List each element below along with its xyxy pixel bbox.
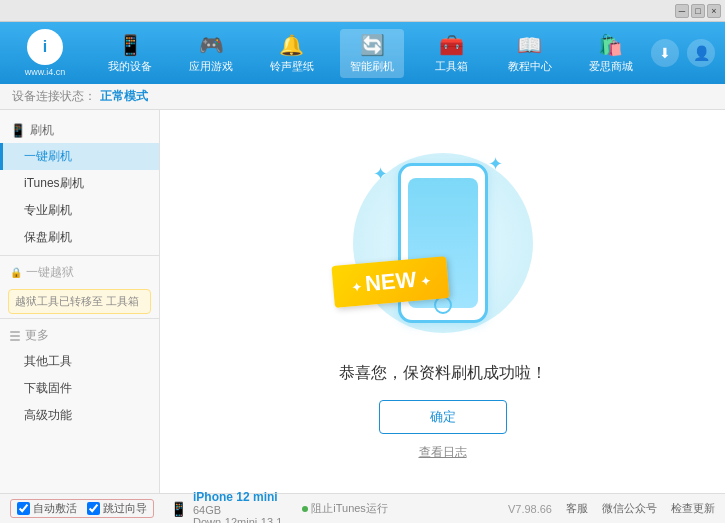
- check-update-link[interactable]: 检查更新: [671, 501, 715, 516]
- ringtone-icon: 🔔: [279, 33, 304, 57]
- auto-connect-checkbox[interactable]: [17, 502, 30, 515]
- shop-icon: 🛍️: [598, 33, 623, 57]
- shop-label: 爱思商城: [589, 59, 633, 74]
- status-value: 正常模式: [100, 88, 148, 105]
- app-game-icon: 🎮: [199, 33, 224, 57]
- bottom-left: 自动敷活 跳过向导 📱 iPhone 12 mini 64GB Down-12m…: [10, 490, 388, 524]
- smart-flash-label: 智能刷机: [350, 59, 394, 74]
- device-version: Down-12mini-13,1: [193, 516, 282, 524]
- sidebar: 📱 刷机 一键刷机 iTunes刷机 专业刷机 保盘刷机 🔒 一键越狱: [0, 110, 160, 493]
- bottom-right: V7.98.66 客服 微信公众号 检查更新: [508, 501, 715, 516]
- title-bar: ─ □ ×: [0, 0, 725, 22]
- auto-connect-label: 自动敷活: [33, 501, 77, 516]
- checkbox-group: 自动敷活 跳过向导: [10, 499, 154, 518]
- sidebar-item-download-fw[interactable]: 下载固件: [0, 375, 159, 402]
- ringtone-label: 铃声壁纸: [270, 59, 314, 74]
- center-content: NEW ✦ ✦ ✧ 恭喜您，保资料刷机成功啦！ 确定 查看日志: [160, 110, 725, 493]
- toolbox-label: 工具箱: [435, 59, 468, 74]
- main-content: 📱 刷机 一键刷机 iTunes刷机 专业刷机 保盘刷机 🔒 一键越狱: [0, 110, 725, 493]
- one-key-flash-label: 一键刷机: [24, 149, 72, 163]
- device-name: iPhone 12 mini: [193, 490, 282, 504]
- skip-guide-checkbox-label: 跳过向导: [87, 501, 147, 516]
- sidebar-section-more: 更多 其他工具 下载固件 高级功能: [0, 323, 159, 429]
- sidebar-section-jailbreak: 🔒 一键越狱 越狱工具已转移至 工具箱: [0, 260, 159, 314]
- wechat-link[interactable]: 微信公众号: [602, 501, 657, 516]
- my-device-icon: 📱: [118, 33, 143, 57]
- advanced-label: 高级功能: [24, 408, 72, 422]
- auto-connect-checkbox-label: 自动敷活: [17, 501, 77, 516]
- more-section-label: 更多: [25, 327, 49, 344]
- status-label: 设备连接状态：: [12, 88, 96, 105]
- toolbox-icon: 🧰: [439, 33, 464, 57]
- nav-item-toolbox[interactable]: 🧰 工具箱: [421, 29, 481, 78]
- bottom-bar: 自动敷活 跳过向导 📱 iPhone 12 mini 64GB Down-12m…: [0, 493, 725, 523]
- itunes-flash-label: iTunes刷机: [24, 176, 84, 190]
- sidebar-item-one-key-flash[interactable]: 一键刷机: [0, 143, 159, 170]
- app-game-label: 应用游戏: [189, 59, 233, 74]
- app-logo: i www.i4.cn: [10, 29, 80, 77]
- jailbreak-notice-text: 越狱工具已转移至 工具箱: [15, 295, 139, 307]
- close-button[interactable]: ×: [707, 4, 721, 18]
- save-flash-label: 保盘刷机: [24, 230, 72, 244]
- jailbreak-notice: 越狱工具已转移至 工具箱: [8, 289, 151, 314]
- nav-item-shop[interactable]: 🛍️ 爱思商城: [579, 29, 643, 78]
- itunes-status-text: 阻止iTunes运行: [311, 501, 388, 516]
- lock-icon: 🔒: [10, 267, 22, 278]
- device-info: 📱 iPhone 12 mini 64GB Down-12mini-13,1: [170, 490, 282, 524]
- sidebar-item-itunes-flash[interactable]: iTunes刷机: [0, 170, 159, 197]
- logo-symbol: i: [43, 38, 47, 56]
- status-bar: 设备连接状态： 正常模式: [0, 84, 725, 110]
- nav-item-tutorial[interactable]: 📖 教程中心: [498, 29, 562, 78]
- sidebar-item-save-flash[interactable]: 保盘刷机: [0, 224, 159, 251]
- itunes-indicator: 阻止iTunes运行: [302, 501, 388, 516]
- confirm-button[interactable]: 确定: [379, 400, 507, 434]
- sidebar-divider-2: [0, 318, 159, 319]
- itunes-dot: [302, 506, 308, 512]
- logo-circle: i: [27, 29, 63, 65]
- nav-item-my-device[interactable]: 📱 我的设备: [98, 29, 162, 78]
- flash-section-label: 刷机: [30, 122, 54, 139]
- maximize-button[interactable]: □: [691, 4, 705, 18]
- minimize-button[interactable]: ─: [675, 4, 689, 18]
- nav-item-ringtone[interactable]: 🔔 铃声壁纸: [260, 29, 324, 78]
- success-illustration: NEW ✦ ✦ ✧: [343, 143, 543, 343]
- flash-section-icon: 📱: [10, 123, 26, 138]
- user-button[interactable]: 👤: [687, 39, 715, 67]
- smart-flash-icon: 🔄: [360, 33, 385, 57]
- my-device-label: 我的设备: [108, 59, 152, 74]
- customer-service-link[interactable]: 客服: [566, 501, 588, 516]
- sidebar-divider-1: [0, 255, 159, 256]
- download-button[interactable]: ⬇: [651, 39, 679, 67]
- skip-guide-label: 跳过向导: [103, 501, 147, 516]
- version-text: V7.98.66: [508, 503, 552, 515]
- sidebar-section-flash: 📱 刷机 一键刷机 iTunes刷机 专业刷机 保盘刷机: [0, 118, 159, 251]
- sidebar-section-more-header: 更多: [0, 323, 159, 348]
- jailbreak-section-label: 一键越狱: [26, 264, 74, 281]
- tutorial-icon: 📖: [517, 33, 542, 57]
- other-tools-label: 其他工具: [24, 354, 72, 368]
- pro-flash-label: 专业刷机: [24, 203, 72, 217]
- logo-text: www.i4.cn: [25, 67, 66, 77]
- nav-bar: i www.i4.cn 📱 我的设备 🎮 应用游戏 🔔 铃声壁纸 🔄 智能刷机 …: [0, 22, 725, 84]
- more-icon: [10, 331, 20, 341]
- sidebar-item-pro-flash[interactable]: 专业刷机: [0, 197, 159, 224]
- device-storage: 64GB: [193, 504, 282, 516]
- secondary-link[interactable]: 查看日志: [419, 444, 467, 461]
- skip-guide-checkbox[interactable]: [87, 502, 100, 515]
- download-fw-label: 下载固件: [24, 381, 72, 395]
- device-icon: 📱: [170, 501, 187, 517]
- nav-item-app-game[interactable]: 🎮 应用游戏: [179, 29, 243, 78]
- tutorial-label: 教程中心: [508, 59, 552, 74]
- nav-items: 📱 我的设备 🎮 应用游戏 🔔 铃声壁纸 🔄 智能刷机 🧰 工具箱 📖 教程中心…: [90, 29, 651, 78]
- nav-item-smart-flash[interactable]: 🔄 智能刷机: [340, 29, 404, 78]
- window-controls: ─ □ ×: [675, 4, 721, 18]
- sidebar-item-advanced[interactable]: 高级功能: [0, 402, 159, 429]
- sidebar-item-other-tools[interactable]: 其他工具: [0, 348, 159, 375]
- device-details: iPhone 12 mini 64GB Down-12mini-13,1: [193, 490, 282, 524]
- sidebar-section-jailbreak-header: 🔒 一键越狱: [0, 260, 159, 285]
- sidebar-section-flash-header: 📱 刷机: [0, 118, 159, 143]
- success-message: 恭喜您，保资料刷机成功啦！: [339, 363, 547, 384]
- nav-right-controls: ⬇ 👤: [651, 39, 715, 67]
